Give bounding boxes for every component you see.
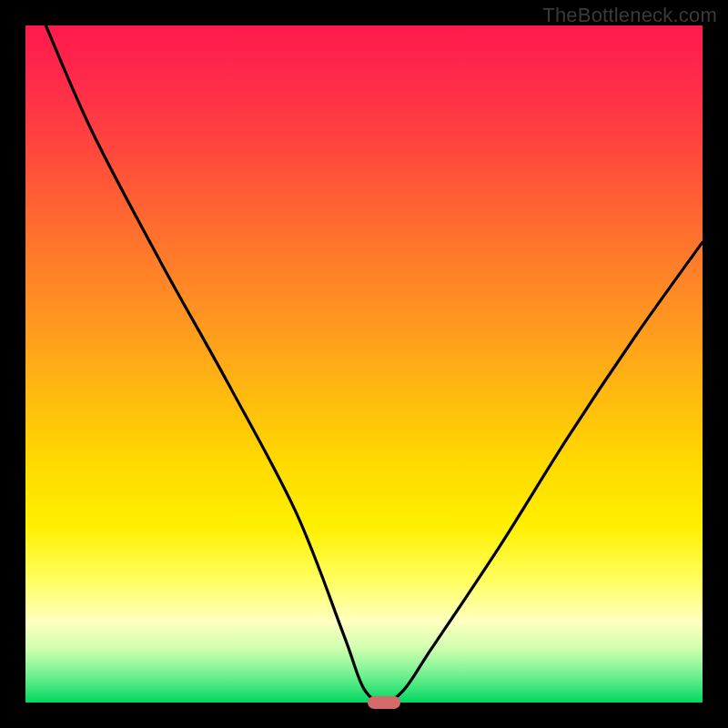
bottleneck-curve <box>25 25 703 703</box>
optimal-marker <box>368 696 400 709</box>
plot-area <box>25 25 703 703</box>
watermark-text: TheBottleneck.com <box>542 4 717 27</box>
chart-frame: TheBottleneck.com <box>0 0 728 728</box>
